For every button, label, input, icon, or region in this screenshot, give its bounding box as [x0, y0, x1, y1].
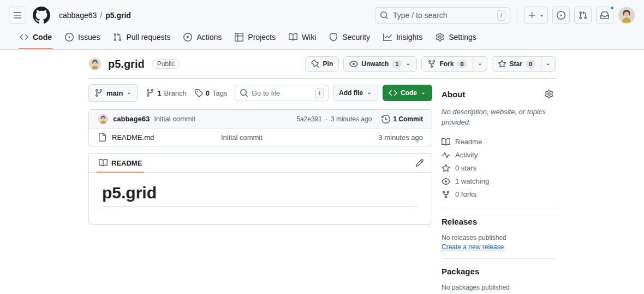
file-name[interactable]: README.md: [112, 133, 221, 142]
code-icon: [389, 89, 397, 97]
star-label: Star: [510, 60, 522, 68]
readme-tab-label: README: [111, 159, 142, 167]
global-search-input[interactable]: Type / to search /: [375, 7, 510, 23]
gear-icon: [436, 33, 444, 42]
meta-separator: ·: [325, 115, 327, 123]
edit-about-button[interactable]: [542, 87, 556, 101]
notifications-inbox-button[interactable]: [596, 7, 613, 24]
issues-header-button[interactable]: [552, 7, 570, 24]
tab-wiki[interactable]: Wiki: [284, 30, 320, 45]
forks-link[interactable]: 0 forks: [442, 188, 556, 201]
about-stats-list: Readme Activity 0 stars 1 watching 0 for…: [442, 136, 556, 201]
git-branch-icon: [94, 89, 103, 97]
commit-history-link[interactable]: 1 Commit: [381, 115, 423, 124]
fork-count: 0: [457, 60, 467, 68]
github-logo[interactable]: [33, 7, 50, 24]
chevron-down-icon: [539, 13, 545, 19]
tab-security[interactable]: Security: [325, 30, 374, 45]
pulse-icon: [442, 151, 450, 160]
hamburger-menu-button[interactable]: [9, 7, 26, 24]
breadcrumb-repo-link[interactable]: p5.grid: [105, 11, 131, 20]
tab-projects[interactable]: Projects: [230, 30, 280, 45]
github-mark-icon: [33, 7, 50, 24]
activity-link[interactable]: Activity: [442, 149, 556, 162]
packages-heading: Packages: [442, 267, 556, 276]
readme-content: p5.grid: [89, 173, 432, 224]
breadcrumb-owner-link[interactable]: cabbage63: [59, 11, 97, 20]
file-updated-time: 3 minutes ago: [378, 133, 423, 142]
go-to-file-input[interactable]: [252, 89, 312, 97]
inbox-icon: [600, 11, 609, 20]
tab-actions[interactable]: Actions: [179, 30, 226, 45]
sidebar-divider: [442, 209, 556, 209]
tab-label: Insights: [396, 33, 422, 42]
tab-insights[interactable]: Insights: [379, 30, 427, 45]
book-icon: [99, 158, 108, 167]
file-commit-message[interactable]: Initial commit: [221, 133, 378, 142]
branches-link[interactable]: 1 Branch: [146, 89, 186, 97]
packages-empty-text: No packages published: [442, 283, 556, 292]
chevron-down-icon: [126, 90, 132, 96]
tab-settings[interactable]: Settings: [431, 30, 481, 45]
fork-button[interactable]: Fork 0: [421, 56, 473, 72]
repo-title-link[interactable]: p5.grid: [108, 58, 145, 70]
file-icon: [98, 133, 106, 142]
watchers-link[interactable]: 1 watching: [442, 175, 556, 188]
file-row-readme[interactable]: README.md Initial commit 3 minutes ago: [89, 128, 432, 146]
owner-avatar[interactable]: [88, 57, 102, 70]
avatar-image: [618, 7, 635, 23]
sidebar-divider: [442, 258, 556, 259]
commit-sha-link[interactable]: 5a2e391: [296, 115, 322, 123]
branch-selector-button[interactable]: main: [88, 84, 138, 102]
stars-link[interactable]: 0 stars: [442, 162, 556, 175]
branch-count: 1: [157, 89, 161, 97]
releases-section: Releases No releases published Create a …: [442, 217, 556, 251]
tab-readme[interactable]: README: [93, 154, 147, 172]
create-new-button[interactable]: [524, 7, 548, 24]
star-icon: [498, 60, 506, 68]
header-divider: [517, 10, 517, 21]
unwatch-button[interactable]: Unwatch 1: [343, 56, 417, 72]
eye-icon: [442, 177, 450, 186]
tab-label: Actions: [196, 33, 222, 42]
item-label: Readme: [455, 138, 482, 146]
repo-nav-tabs: Code Issues Pull requests Actions Projec…: [9, 25, 635, 49]
tags-link[interactable]: 0 Tags: [194, 89, 228, 97]
packages-section: Packages No packages published Publish y…: [442, 267, 556, 294]
tab-pull-requests[interactable]: Pull requests: [109, 30, 175, 45]
chevron-down-icon: [405, 61, 411, 67]
edit-readme-button[interactable]: [412, 155, 427, 170]
add-file-label: Add file: [339, 89, 363, 97]
readme-tab-bar: README: [89, 154, 432, 173]
three-bars-icon: [13, 11, 22, 20]
user-avatar[interactable]: [618, 7, 635, 24]
tab-label: Projects: [248, 33, 276, 42]
tab-label: Wiki: [302, 33, 316, 42]
item-label: Activity: [455, 151, 478, 159]
star-button[interactable]: Star 0: [492, 56, 541, 72]
tab-issues[interactable]: Issues: [61, 30, 104, 45]
tab-code[interactable]: Code: [15, 30, 56, 45]
commit-message-link[interactable]: Initial commit: [154, 115, 195, 123]
book-icon: [289, 33, 297, 42]
plus-icon: [528, 11, 536, 20]
fork-dropdown-button[interactable]: [473, 56, 487, 72]
commit-author-avatar[interactable]: [98, 114, 109, 125]
issue-opened-icon: [557, 11, 565, 20]
code-button[interactable]: Code: [383, 85, 432, 101]
branch-toolbar: main 1 Branch 0 Tags t: [88, 84, 432, 102]
readme-link[interactable]: Readme: [442, 136, 556, 149]
tab-label: Code: [33, 33, 52, 42]
add-file-button[interactable]: Add file: [333, 85, 378, 101]
commit-author-link[interactable]: cabbage63: [113, 115, 150, 123]
pin-button[interactable]: Pin: [305, 56, 339, 72]
commit-time: 3 minutes ago: [331, 115, 372, 123]
breadcrumb-separator: /: [100, 11, 102, 20]
star-dropdown-button[interactable]: [541, 56, 556, 72]
play-icon: [183, 33, 192, 42]
slash-key-hint: /: [497, 10, 505, 21]
create-release-link[interactable]: Create a new release: [442, 243, 504, 251]
tag-count-label: Tags: [212, 89, 227, 97]
tag-icon: [194, 89, 203, 97]
pull-requests-header-button[interactable]: [574, 7, 592, 24]
